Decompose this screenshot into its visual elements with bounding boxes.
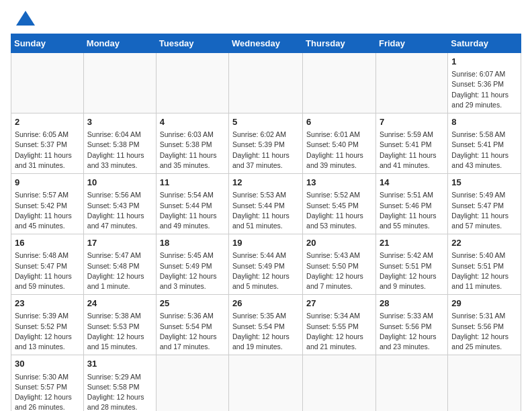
weekday-header-sunday: Sunday <box>11 34 84 53</box>
calendar-cell: 9Sunrise: 5:57 AM Sunset: 5:42 PM Daylig… <box>11 174 84 234</box>
calendar-week-3: 9Sunrise: 5:57 AM Sunset: 5:42 PM Daylig… <box>11 174 521 234</box>
day-info: Sunrise: 5:52 AM Sunset: 5:45 PM Dayligh… <box>306 190 372 231</box>
calendar-cell: 5Sunrise: 6:02 AM Sunset: 5:39 PM Daylig… <box>229 113 303 174</box>
day-number: 23 <box>15 298 80 310</box>
day-info: Sunrise: 6:07 AM Sunset: 5:36 PM Dayligh… <box>451 69 517 110</box>
calendar-cell: 16Sunrise: 5:48 AM Sunset: 5:47 PM Dayli… <box>11 234 84 295</box>
day-info: Sunrise: 5:40 AM Sunset: 5:51 PM Dayligh… <box>451 250 517 291</box>
calendar-week-1: 1Sunrise: 6:07 AM Sunset: 5:36 PM Daylig… <box>11 53 521 113</box>
calendar-week-5: 23Sunrise: 5:39 AM Sunset: 5:52 PM Dayli… <box>11 295 521 355</box>
day-number: 28 <box>380 298 444 310</box>
calendar-cell: 11Sunrise: 5:54 AM Sunset: 5:44 PM Dayli… <box>156 174 228 234</box>
day-info: Sunrise: 5:42 AM Sunset: 5:51 PM Dayligh… <box>380 250 444 291</box>
day-number: 1 <box>451 56 517 68</box>
calendar-week-4: 16Sunrise: 5:48 AM Sunset: 5:47 PM Dayli… <box>11 234 521 295</box>
weekday-header-row: SundayMondayTuesdayWednesdayThursdayFrid… <box>11 34 521 53</box>
calendar-cell: 22Sunrise: 5:40 AM Sunset: 5:51 PM Dayli… <box>448 234 521 295</box>
calendar-cell: 20Sunrise: 5:43 AM Sunset: 5:50 PM Dayli… <box>303 234 376 295</box>
calendar-cell: 3Sunrise: 6:04 AM Sunset: 5:38 PM Daylig… <box>83 113 156 174</box>
day-number: 27 <box>306 298 372 310</box>
day-number: 6 <box>306 116 372 128</box>
day-info: Sunrise: 5:38 AM Sunset: 5:53 PM Dayligh… <box>87 311 152 352</box>
day-number: 17 <box>87 237 152 249</box>
calendar-cell: 10Sunrise: 5:56 AM Sunset: 5:43 PM Dayli… <box>83 174 156 234</box>
day-info: Sunrise: 5:47 AM Sunset: 5:48 PM Dayligh… <box>87 250 152 291</box>
day-number: 12 <box>232 177 299 189</box>
calendar-cell <box>448 355 521 411</box>
day-number: 15 <box>451 177 517 189</box>
day-info: Sunrise: 5:57 AM Sunset: 5:42 PM Dayligh… <box>15 190 80 231</box>
calendar-cell: 4Sunrise: 6:03 AM Sunset: 5:38 PM Daylig… <box>156 113 228 174</box>
calendar-cell: 13Sunrise: 5:52 AM Sunset: 5:45 PM Dayli… <box>303 174 376 234</box>
day-info: Sunrise: 5:39 AM Sunset: 5:52 PM Dayligh… <box>15 311 80 352</box>
day-number: 14 <box>380 177 444 189</box>
day-info: Sunrise: 6:02 AM Sunset: 5:39 PM Dayligh… <box>232 130 299 171</box>
calendar-cell: 8Sunrise: 5:58 AM Sunset: 5:41 PM Daylig… <box>448 113 521 174</box>
day-info: Sunrise: 5:29 AM Sunset: 5:58 PM Dayligh… <box>87 372 152 412</box>
calendar-cell: 1Sunrise: 6:07 AM Sunset: 5:36 PM Daylig… <box>448 53 521 113</box>
day-number: 26 <box>232 298 299 310</box>
day-info: Sunrise: 6:03 AM Sunset: 5:38 PM Dayligh… <box>160 130 225 171</box>
day-info: Sunrise: 5:30 AM Sunset: 5:57 PM Dayligh… <box>15 372 80 412</box>
calendar-cell: 7Sunrise: 5:59 AM Sunset: 5:41 PM Daylig… <box>375 113 447 174</box>
calendar-cell <box>375 53 447 113</box>
calendar-cell: 28Sunrise: 5:33 AM Sunset: 5:56 PM Dayli… <box>375 295 447 355</box>
day-number: 24 <box>87 298 152 310</box>
calendar-cell: 29Sunrise: 5:31 AM Sunset: 5:56 PM Dayli… <box>448 295 521 355</box>
calendar-cell <box>156 53 228 113</box>
calendar-cell: 21Sunrise: 5:42 AM Sunset: 5:51 PM Dayli… <box>375 234 447 295</box>
calendar-cell <box>83 53 156 113</box>
weekday-header-tuesday: Tuesday <box>156 34 228 53</box>
day-info: Sunrise: 5:58 AM Sunset: 5:41 PM Dayligh… <box>451 130 517 171</box>
day-info: Sunrise: 6:04 AM Sunset: 5:38 PM Dayligh… <box>87 130 152 171</box>
header <box>11 11 521 26</box>
calendar-cell: 15Sunrise: 5:49 AM Sunset: 5:47 PM Dayli… <box>448 174 521 234</box>
calendar-cell: 17Sunrise: 5:47 AM Sunset: 5:48 PM Dayli… <box>83 234 156 295</box>
calendar-cell <box>229 53 303 113</box>
day-number: 2 <box>15 116 80 128</box>
day-info: Sunrise: 5:43 AM Sunset: 5:50 PM Dayligh… <box>306 250 372 291</box>
day-number: 3 <box>87 116 152 128</box>
day-info: Sunrise: 5:45 AM Sunset: 5:49 PM Dayligh… <box>160 250 225 291</box>
day-number: 31 <box>87 358 152 370</box>
weekday-header-thursday: Thursday <box>303 34 376 53</box>
day-number: 11 <box>160 177 225 189</box>
weekday-header-friday: Friday <box>375 34 447 53</box>
weekday-header-monday: Monday <box>83 34 156 53</box>
calendar-cell: 6Sunrise: 6:01 AM Sunset: 5:40 PM Daylig… <box>303 113 376 174</box>
logo-area <box>11 11 35 26</box>
day-number: 10 <box>87 177 152 189</box>
day-number: 9 <box>15 177 80 189</box>
day-info: Sunrise: 5:56 AM Sunset: 5:43 PM Dayligh… <box>87 190 152 231</box>
calendar-week-2: 2Sunrise: 6:05 AM Sunset: 5:37 PM Daylig… <box>11 113 521 174</box>
calendar-week-6: 30Sunrise: 5:30 AM Sunset: 5:57 PM Dayli… <box>11 355 521 411</box>
weekday-header-wednesday: Wednesday <box>229 34 303 53</box>
day-info: Sunrise: 5:49 AM Sunset: 5:47 PM Dayligh… <box>451 190 517 231</box>
day-number: 20 <box>306 237 372 249</box>
calendar-table: SundayMondayTuesdayWednesdayThursdayFrid… <box>11 34 521 411</box>
day-info: Sunrise: 5:51 AM Sunset: 5:46 PM Dayligh… <box>380 190 444 231</box>
day-number: 7 <box>380 116 444 128</box>
day-info: Sunrise: 5:54 AM Sunset: 5:44 PM Dayligh… <box>160 190 225 231</box>
calendar-cell <box>303 53 376 113</box>
day-info: Sunrise: 5:59 AM Sunset: 5:41 PM Dayligh… <box>380 130 444 171</box>
day-number: 25 <box>160 298 225 310</box>
day-number: 16 <box>15 237 80 249</box>
day-number: 18 <box>160 237 225 249</box>
calendar-cell: 14Sunrise: 5:51 AM Sunset: 5:46 PM Dayli… <box>375 174 447 234</box>
day-number: 30 <box>15 358 80 370</box>
calendar-cell <box>11 53 84 113</box>
day-number: 22 <box>451 237 517 249</box>
day-info: Sunrise: 6:05 AM Sunset: 5:37 PM Dayligh… <box>15 130 80 171</box>
calendar-cell <box>375 355 447 411</box>
calendar-cell: 30Sunrise: 5:30 AM Sunset: 5:57 PM Dayli… <box>11 355 84 411</box>
calendar-cell: 26Sunrise: 5:35 AM Sunset: 5:54 PM Dayli… <box>229 295 303 355</box>
day-info: Sunrise: 5:31 AM Sunset: 5:56 PM Dayligh… <box>451 311 517 352</box>
day-number: 13 <box>306 177 372 189</box>
day-info: Sunrise: 5:44 AM Sunset: 5:49 PM Dayligh… <box>232 250 299 291</box>
calendar-cell: 12Sunrise: 5:53 AM Sunset: 5:44 PM Dayli… <box>229 174 303 234</box>
day-info: Sunrise: 5:53 AM Sunset: 5:44 PM Dayligh… <box>232 190 299 231</box>
day-number: 4 <box>160 116 225 128</box>
calendar-cell: 25Sunrise: 5:36 AM Sunset: 5:54 PM Dayli… <box>156 295 228 355</box>
calendar-cell: 23Sunrise: 5:39 AM Sunset: 5:52 PM Dayli… <box>11 295 84 355</box>
